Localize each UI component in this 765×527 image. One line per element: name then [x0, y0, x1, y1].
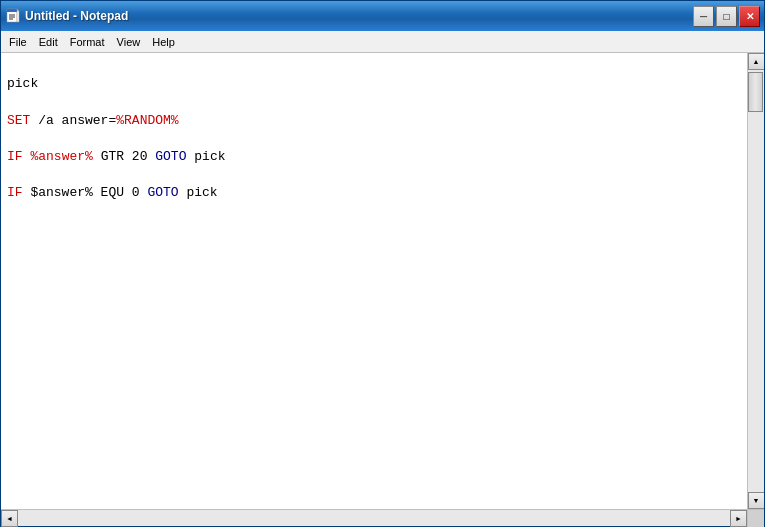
minimize-button[interactable]: ─	[693, 6, 714, 27]
svg-marker-5	[17, 9, 19, 11]
editor-content[interactable]: pick SET /a answer=%RANDOM% IF %answer% …	[1, 53, 747, 509]
menu-format[interactable]: Format	[64, 34, 111, 50]
scrollbar-vertical: ▲ ▼	[747, 53, 764, 509]
svg-rect-6	[17, 11, 19, 22]
close-button[interactable]: ✕	[739, 6, 760, 27]
scroll-track-horizontal[interactable]	[18, 510, 730, 526]
text-area-wrapper: pick SET /a answer=%RANDOM% IF %answer% …	[1, 53, 747, 509]
content-area: pick SET /a answer=%RANDOM% IF %answer% …	[1, 53, 764, 509]
menu-bar: File Edit Format View Help	[1, 31, 764, 53]
maximize-button[interactable]: □	[716, 6, 737, 27]
menu-edit[interactable]: Edit	[33, 34, 64, 50]
scroll-right-button[interactable]: ►	[730, 510, 747, 527]
line-3: IF %answer% GTR 20 GOTO pick	[7, 148, 741, 166]
line-2: SET /a answer=%RANDOM%	[7, 112, 741, 130]
window-title: Untitled - Notepad	[25, 9, 689, 23]
scroll-thumb-vertical[interactable]	[748, 72, 763, 112]
menu-view[interactable]: View	[111, 34, 147, 50]
bottom-area: ◄ ►	[1, 509, 764, 526]
scroll-corner	[747, 510, 764, 527]
app-icon	[5, 8, 21, 24]
notepad-window: Untitled - Notepad ─ □ ✕ File Edit Forma…	[0, 0, 765, 527]
line-1: pick	[7, 75, 741, 93]
scrollbar-horizontal: ◄ ►	[1, 510, 747, 526]
window-controls: ─ □ ✕	[693, 6, 760, 27]
svg-rect-1	[7, 9, 17, 12]
line-4: IF $answer% EQU 0 GOTO pick	[7, 184, 741, 202]
scroll-down-button[interactable]: ▼	[748, 492, 765, 509]
menu-file[interactable]: File	[3, 34, 33, 50]
scroll-track-vertical[interactable]	[748, 70, 764, 492]
menu-help[interactable]: Help	[146, 34, 181, 50]
scroll-left-button[interactable]: ◄	[1, 510, 18, 527]
scroll-up-button[interactable]: ▲	[748, 53, 765, 70]
title-bar: Untitled - Notepad ─ □ ✕	[1, 1, 764, 31]
